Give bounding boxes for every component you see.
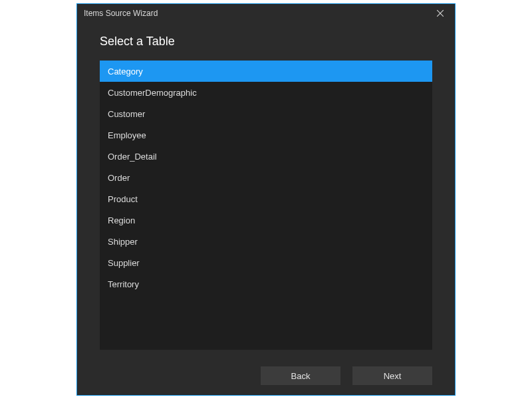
next-button[interactable]: Next	[352, 366, 432, 385]
close-button[interactable]	[430, 6, 451, 21]
list-item-label: Order_Detail	[108, 152, 157, 162]
list-item-label: Order	[108, 173, 130, 183]
items-source-wizard-dialog: Items Source Wizard Select a Table Categ…	[76, 3, 456, 396]
list-item[interactable]: Category	[100, 61, 432, 82]
list-item-label: Supplier	[108, 258, 140, 268]
back-button[interactable]: Back	[261, 366, 340, 385]
titlebar: Items Source Wizard	[77, 4, 455, 23]
list-item-label: Shipper	[108, 237, 138, 247]
list-item[interactable]: Product	[100, 188, 432, 209]
table-listbox[interactable]: CategoryCustomerDemographicCustomerEmplo…	[100, 61, 432, 350]
list-item-label: Employee	[108, 130, 146, 140]
dialog-content: Select a Table CategoryCustomerDemograph…	[77, 23, 455, 356]
list-item[interactable]: CustomerDemographic	[100, 82, 432, 103]
list-item-label: Product	[108, 194, 138, 204]
page-heading: Select a Table	[100, 35, 432, 49]
list-item[interactable]: Customer	[100, 103, 432, 124]
list-item[interactable]: Order_Detail	[100, 146, 432, 167]
list-item[interactable]: Supplier	[100, 252, 432, 273]
list-item[interactable]: Region	[100, 209, 432, 231]
list-item-label: CustomerDemographic	[108, 88, 197, 98]
close-icon	[437, 10, 444, 17]
list-item[interactable]: Employee	[100, 124, 432, 146]
list-item-label: Category	[108, 66, 143, 76]
list-item-label: Customer	[108, 109, 145, 119]
list-item-label: Territory	[108, 279, 139, 289]
list-item[interactable]: Shipper	[100, 231, 432, 252]
list-item-label: Region	[108, 215, 135, 225]
list-item[interactable]: Order	[100, 167, 432, 188]
list-item[interactable]: Territory	[100, 273, 432, 295]
dialog-footer: Back Next	[77, 356, 455, 395]
window-title: Items Source Wizard	[84, 9, 430, 18]
